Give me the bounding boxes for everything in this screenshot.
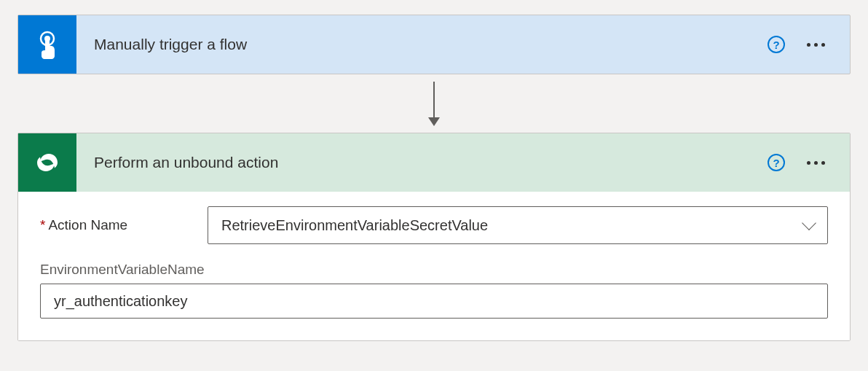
required-indicator: * <box>40 217 45 233</box>
help-icon[interactable]: ? <box>768 36 785 53</box>
flow-canvas: Manually trigger a flow ? Perform an unb… <box>17 15 851 341</box>
svg-rect-2 <box>45 39 50 52</box>
touch-icon <box>18 15 76 74</box>
action-name-row: *Action Name RetrieveEnvironmentVariable… <box>40 206 828 244</box>
help-icon[interactable]: ? <box>768 154 785 171</box>
env-var-label: EnvironmentVariableName <box>40 262 828 278</box>
action-card[interactable]: Perform an unbound action ? *Action Name… <box>17 133 851 341</box>
trigger-header: Manually trigger a flow ? <box>18 15 850 74</box>
trigger-card[interactable]: Manually trigger a flow ? <box>17 15 851 74</box>
connector-arrow <box>428 74 440 133</box>
action-header: Perform an unbound action ? <box>18 133 850 192</box>
more-menu-icon[interactable] <box>801 155 831 171</box>
more-menu-icon[interactable] <box>801 37 831 52</box>
dataverse-icon <box>18 133 76 192</box>
action-name-label: *Action Name <box>40 217 208 233</box>
trigger-title: Manually trigger a flow <box>76 36 768 53</box>
action-title: Perform an unbound action <box>76 154 768 171</box>
env-var-input[interactable] <box>40 284 828 319</box>
action-body: *Action Name RetrieveEnvironmentVariable… <box>18 192 850 340</box>
action-name-select[interactable]: RetrieveEnvironmentVariableSecretValue <box>208 206 828 244</box>
env-var-row: EnvironmentVariableName <box>40 262 828 319</box>
action-name-value: RetrieveEnvironmentVariableSecretValue <box>221 217 488 234</box>
chevron-down-icon <box>802 216 816 230</box>
